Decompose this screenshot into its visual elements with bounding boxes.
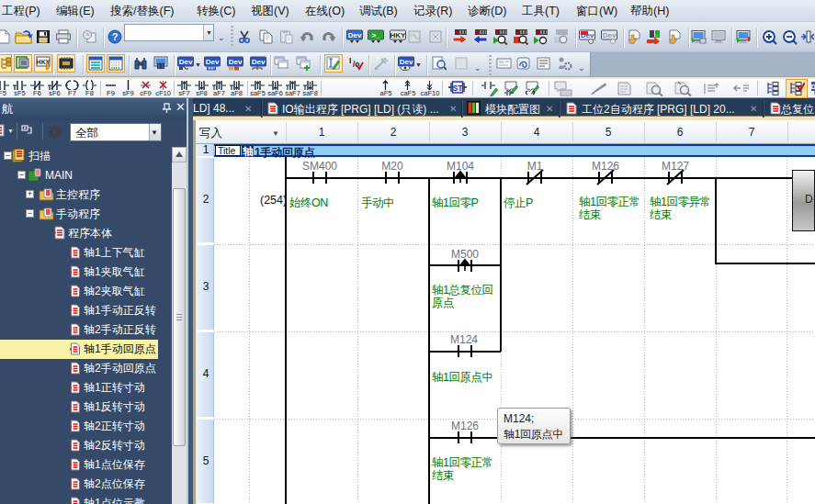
svg-text:Dev: Dev bbox=[603, 31, 617, 39]
svg-text:Dev: Dev bbox=[348, 31, 362, 39]
svg-text:DEV: DEV bbox=[811, 84, 815, 90]
svg-text:ST: ST bbox=[453, 84, 464, 93]
svg-text:HKY: HKY bbox=[391, 31, 406, 39]
svg-text:Dev: Dev bbox=[179, 58, 193, 66]
svg-text:Dev: Dev bbox=[229, 58, 243, 66]
svg-text:Dev: Dev bbox=[400, 58, 413, 66]
svg-text:I: I bbox=[349, 56, 351, 65]
svg-text:>_: >_ bbox=[371, 31, 380, 39]
svg-text:Dev: Dev bbox=[252, 58, 266, 66]
svg-text:?: ? bbox=[112, 31, 119, 42]
svg-text:Dev: Dev bbox=[206, 58, 220, 66]
